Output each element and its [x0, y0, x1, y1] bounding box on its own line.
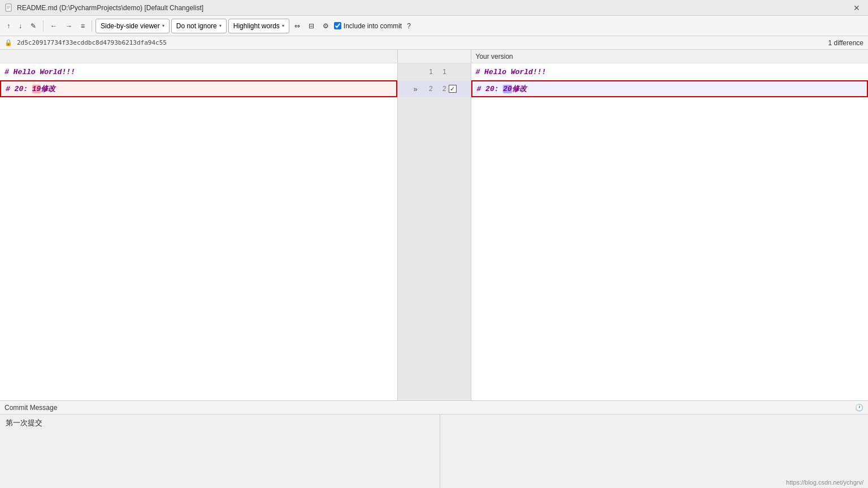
ignore-dropdown-arrow: ▾	[219, 23, 222, 28]
menu-icon: ≡	[81, 22, 85, 30]
your-version-label: Your version	[476, 53, 513, 61]
navigate-down-button[interactable]: ↓	[15, 20, 25, 32]
commit-hash: 2d5c20917734f33ecddbc8d4793b6213dfa94c55	[17, 39, 167, 46]
edit-button[interactable]: ✎	[27, 20, 40, 32]
arrow-down-icon: ↓	[19, 22, 22, 30]
gutter-right-num-1: 1	[435, 68, 446, 76]
bottom-link: https://blog.csdn.net/ychgrv/	[786, 479, 863, 486]
toolbar: ↑ ↓ ✎ ← → ≡ Side-by-side viewer ▾ Do not…	[0, 16, 868, 36]
lock-icon: 🔒	[5, 39, 12, 46]
separator-1	[43, 20, 44, 32]
commit-body: 第一次提交 https://blog.csdn.net/ychgrv/	[0, 414, 868, 488]
diff-gutter-header	[398, 50, 471, 63]
back-icon: ←	[50, 22, 57, 30]
ignore-dropdown[interactable]: Do not ignore ▾	[171, 19, 227, 33]
pencil-icon: ✎	[31, 22, 36, 30]
gutter-right-num-2: 2	[435, 85, 446, 93]
include-commit-label: Include into commit	[344, 22, 402, 30]
forward-button[interactable]: →	[62, 20, 76, 32]
left-line-1: # Hello World!!!	[0, 63, 397, 80]
back-button[interactable]: ←	[47, 20, 60, 32]
columns-icon: ⊟	[309, 22, 314, 30]
right-line-1-content: # Hello World!!!	[476, 68, 546, 76]
info-bar: 🔒 2d5c20917734f33ecddbc8d4793b6213dfa94c…	[0, 36, 868, 50]
diff-header-row: Your version	[0, 50, 868, 63]
compare-icon: ⇔	[294, 22, 300, 30]
include-commit-input[interactable]	[334, 22, 341, 29]
title-bar-text: README.md (D:\PycharmProjects\demo) [Def…	[17, 4, 203, 12]
highlight-label: Highlight words	[233, 22, 280, 30]
navigate-prev-diff-button[interactable]: »	[411, 84, 419, 94]
diff-left-panel: # Hello World!!! # 20: 19修改	[0, 63, 398, 400]
gutter-left-num-2: 2	[422, 85, 433, 93]
viewer-dropdown[interactable]: Side-by-side viewer ▾	[96, 19, 170, 33]
file-icon	[5, 3, 14, 12]
accept-diff-checkbox[interactable]: ✓	[449, 85, 457, 93]
separator-2	[92, 20, 92, 32]
right-line-2: # 20: 20修改	[471, 80, 869, 97]
viewer-dropdown-arrow: ▾	[162, 23, 164, 28]
columns-icon-button[interactable]: ⊟	[305, 20, 318, 32]
settings-icon: ⚙	[323, 22, 329, 30]
commit-header: Commit Message 🕐	[0, 401, 868, 414]
include-commit-checkbox[interactable]: Include into commit	[334, 22, 402, 30]
arrow-up-icon: ↑	[7, 22, 10, 30]
help-button[interactable]: ?	[403, 20, 414, 32]
highlight-dropdown[interactable]: Highlight words ▾	[228, 19, 289, 33]
menu-button[interactable]: ≡	[77, 20, 88, 32]
gutter-row-1: 1 1	[398, 63, 471, 80]
navigate-up-button[interactable]: ↑	[3, 20, 14, 32]
right-line-1: # Hello World!!!	[471, 63, 869, 80]
diff-container: # Hello World!!! # 20: 19修改 1 1 » 2 2 ✓ …	[0, 63, 868, 400]
commit-message-content: 第一次提交	[6, 418, 42, 427]
commit-message-label: Commit Message	[5, 404, 57, 412]
highlight-dropdown-arrow: ▾	[282, 23, 284, 28]
left-line-2: # 20: 19修改	[0, 80, 397, 97]
commit-section: Commit Message 🕐 第一次提交 https://blog.csdn…	[0, 400, 868, 488]
diff-right-panel: # Hello World!!! # 20: 20修改	[471, 63, 869, 400]
help-icon: ?	[407, 22, 411, 30]
gutter-left-num-1: 1	[422, 68, 433, 76]
left-line-2-content: # 20: 19修改	[6, 84, 55, 94]
clock-icon: 🕐	[855, 404, 863, 412]
diff-left-header	[0, 50, 398, 63]
right-line-2-content: # 20: 20修改	[477, 84, 527, 94]
diff-gutter: 1 1 » 2 2 ✓	[398, 63, 471, 400]
gutter-row-2: » 2 2 ✓	[398, 80, 471, 97]
diff-right-header: Your version	[471, 50, 869, 63]
settings-button[interactable]: ⚙	[319, 20, 332, 32]
commit-message-text: 第一次提交	[0, 414, 440, 488]
diff-count: 1 difference	[828, 39, 864, 47]
left-line-1-content: # Hello World!!!	[5, 68, 75, 76]
commit-right-panel: https://blog.csdn.net/ychgrv/	[440, 414, 869, 488]
viewer-label: Side-by-side viewer	[101, 22, 160, 30]
title-bar: README.md (D:\PycharmProjects\demo) [Def…	[0, 0, 868, 16]
close-button[interactable]: ✕	[850, 2, 863, 14]
compare-icon-button[interactable]: ⇔	[291, 20, 303, 32]
ignore-label: Do not ignore	[176, 22, 217, 30]
forward-icon: →	[66, 22, 72, 30]
